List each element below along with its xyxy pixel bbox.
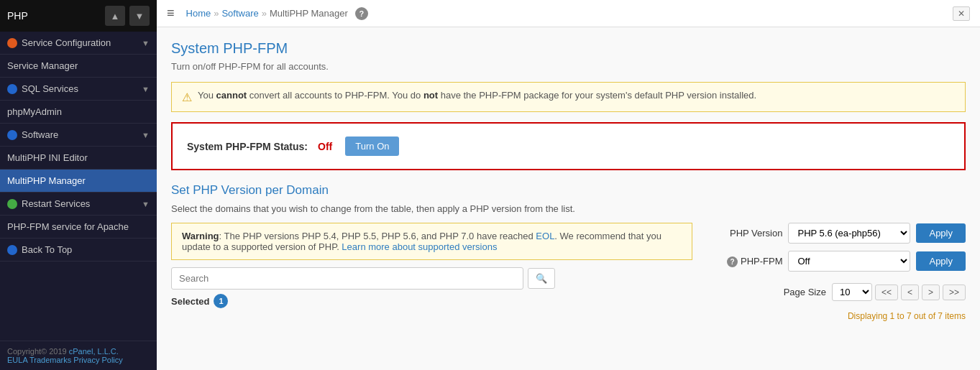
sidebar-item-restart-services[interactable]: Restart Services ▼ — [0, 193, 157, 216]
last-page-button[interactable]: >> — [943, 285, 966, 300]
prev-page-button[interactable]: < — [901, 285, 919, 300]
nav-back-button[interactable]: ▲ — [105, 6, 125, 26]
sidebar-item-label: Restart Services — [22, 198, 90, 209]
php-fpm-label: ?PHP-FPM — [718, 256, 782, 267]
sidebar-item-service-configuration[interactable]: Service Configuration ▼ — [0, 32, 157, 55]
breadcrumb-current: MultiPHP Manager — [270, 8, 348, 19]
sidebar-item-multiphp-manager[interactable]: MultiPHP Manager — [0, 170, 157, 193]
trademarks-link[interactable]: Trademarks — [29, 356, 71, 364]
topbar: ≡ Home » Software » MultiPHP Manager ? ✕ — [157, 0, 980, 27]
main-area: ≡ Home » Software » MultiPHP Manager ? ✕… — [157, 0, 980, 370]
learn-more-link[interactable]: Learn more about supported versions — [342, 241, 497, 252]
restart-services-icon — [7, 199, 17, 209]
sidebar-item-label: MultiPHP Manager — [7, 175, 86, 186]
php-version-label: PHP Version — [718, 228, 782, 239]
bottom-area: Warning: The PHP versions PHP 5.4, PHP 5… — [171, 223, 966, 321]
eol-link[interactable]: EOL — [536, 231, 554, 241]
apply-php-version-button[interactable]: Apply — [916, 223, 966, 243]
eula-link[interactable]: EULA — [7, 356, 27, 364]
turn-on-button[interactable]: Turn On — [345, 137, 399, 156]
sidebar-tab-label: PHP — [7, 10, 28, 22]
apply-php-fpm-button[interactable]: Apply — [916, 251, 966, 271]
selected-row: Selected 1 — [171, 294, 692, 308]
nav-arrows: ▲ ▼ — [105, 6, 150, 26]
search-row: 🔍 — [171, 267, 692, 290]
software-icon — [7, 130, 17, 140]
cannot-convert-warning: ⚠ You cannot convert all accounts to PHP… — [171, 82, 966, 112]
sidebar-item-sql-services[interactable]: SQL Services ▼ — [0, 78, 157, 101]
eol-warning: Warning: The PHP versions PHP 5.4, PHP 5… — [171, 223, 692, 260]
topbar-left: ≡ Home » Software » MultiPHP Manager ? — [167, 6, 368, 21]
search-button[interactable]: 🔍 — [528, 268, 555, 289]
search-input[interactable] — [171, 267, 523, 290]
breadcrumb-sep2: » — [262, 8, 267, 19]
expand-arrow-icon: ▼ — [142, 85, 150, 93]
sidebar-item-phpmyadmin[interactable]: phpMyAdmin — [0, 101, 157, 124]
right-panel: PHP Version PHP 5.6 (ea-php56) PHP 7.0 (… — [707, 223, 966, 321]
php-fpm-select[interactable]: Off On — [788, 251, 910, 272]
privacy-link[interactable]: Privacy Policy — [73, 356, 122, 364]
next-page-button[interactable]: > — [922, 285, 940, 300]
breadcrumb-software[interactable]: Software — [221, 8, 258, 19]
expand-arrow-icon: ▼ — [142, 200, 150, 208]
copyright-text: Copyright© 2019 — [7, 347, 69, 356]
display-info: Displaying 1 to 7 out of 7 items — [707, 311, 966, 321]
sidebar-item-label: Software — [22, 129, 58, 140]
set-php-desc: Select the domains that you wish to chan… — [171, 203, 966, 214]
hamburger-icon[interactable]: ≡ — [167, 6, 175, 21]
sidebar-item-back-to-top[interactable]: Back To Top — [0, 239, 157, 262]
breadcrumb-home[interactable]: Home — [186, 8, 211, 19]
status-value: Off — [318, 141, 332, 152]
page-size-label: Page Size — [784, 287, 826, 297]
breadcrumb: Home » Software » MultiPHP Manager ? — [186, 7, 368, 20]
sidebar-item-label: Back To Top — [22, 244, 72, 255]
php-fpm-status-box: System PHP-FPM Status: Off Turn On — [171, 122, 966, 170]
cpanel-link[interactable]: cPanel, L.L.C. — [69, 347, 119, 356]
sidebar-item-label: Service Manager — [7, 60, 78, 71]
expand-arrow-icon: ▼ — [142, 39, 150, 47]
selected-label: Selected — [171, 296, 209, 307]
sidebar-footer: Copyright© 2019 cPanel, L.L.C. EULA Trad… — [0, 341, 157, 370]
warning-triangle-icon: ⚠ — [182, 91, 192, 104]
pagination-row: Page Size 10 25 50 100 << < > >> — [707, 283, 966, 301]
php-fpm-help-icon[interactable]: ? — [727, 256, 738, 267]
sidebar-item-software[interactable]: Software ▼ — [0, 124, 157, 147]
php-version-row: PHP Version PHP 5.6 (ea-php56) PHP 7.0 (… — [707, 223, 966, 244]
sidebar: PHP ▲ ▼ Service Configuration ▼ Service … — [0, 0, 157, 370]
close-button[interactable]: ✕ — [953, 6, 970, 21]
sidebar-item-php-fpm-apache[interactable]: PHP-FPM service for Apache — [0, 216, 157, 239]
sidebar-header: PHP ▲ ▼ — [0, 0, 157, 32]
help-icon[interactable]: ? — [355, 7, 368, 20]
nav-forward-button[interactable]: ▼ — [129, 6, 150, 26]
php-fpm-row: ?PHP-FPM Off On Apply — [707, 251, 966, 272]
sidebar-item-label: PHP-FPM service for Apache — [7, 221, 129, 232]
service-configuration-icon — [7, 38, 17, 48]
breadcrumb-sep1: » — [214, 8, 219, 19]
main-content: System PHP-FPM Turn on/off PHP-FPM for a… — [157, 27, 980, 370]
first-page-button[interactable]: << — [875, 285, 898, 300]
status-label: System PHP-FPM Status: — [187, 141, 308, 152]
page-subtitle: Turn on/off PHP-FPM for all accounts. — [171, 61, 966, 72]
back-to-top-icon — [7, 245, 17, 255]
sql-services-icon — [7, 84, 17, 94]
sidebar-item-service-manager[interactable]: Service Manager — [0, 55, 157, 78]
sidebar-item-label: Service Configuration — [22, 37, 111, 48]
selected-badge: 1 — [214, 294, 228, 308]
page-size-select[interactable]: 10 25 50 100 — [832, 283, 872, 301]
expand-arrow-icon: ▼ — [142, 131, 150, 139]
sidebar-item-label: MultiPHP INI Editor — [7, 152, 88, 163]
set-php-section-title: Set PHP Version per Domain — [171, 183, 966, 198]
left-panel: Warning: The PHP versions PHP 5.4, PHP 5… — [171, 223, 692, 321]
page-title: System PHP-FPM — [171, 40, 966, 57]
sidebar-item-label: SQL Services — [22, 83, 78, 94]
php-version-select[interactable]: PHP 5.6 (ea-php56) PHP 7.0 (ea-php70) PH… — [788, 223, 910, 244]
sidebar-item-label: phpMyAdmin — [7, 106, 62, 117]
sidebar-item-multiphp-ini-editor[interactable]: MultiPHP INI Editor — [0, 147, 157, 170]
